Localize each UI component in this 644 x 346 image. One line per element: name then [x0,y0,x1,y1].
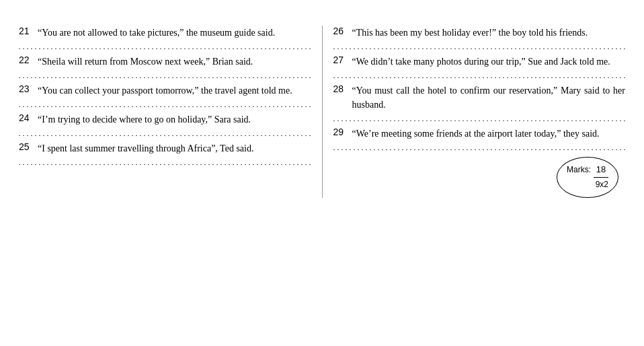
answer-line [19,129,311,136]
question-block: 23“You can collect your passport tomorro… [19,83,311,98]
question-text: “I spent last summer travelling through … [38,141,311,155]
answer-line [19,100,311,107]
question-text: “Sheila will return from Moscow next wee… [38,55,311,69]
question-block: 22“Sheila will return from Moscow next w… [19,55,311,69]
question-number: 25 [19,141,38,152]
left-column: 21“You are not allowed to take pictures,… [19,26,323,198]
question-text: “You can collect your passport tomorrow,… [38,83,311,98]
answer-line [19,158,311,165]
question-number: 23 [19,83,38,94]
question-number: 29 [333,127,352,137]
marks-bracket: Marks: 18 9x2 [557,157,618,198]
right-column: 26“This has been my best holiday ever!” … [323,26,626,198]
question-text: “You must call the hotel to confirm our … [352,83,626,112]
question-block: 25“I spent last summer travelling throug… [19,141,311,155]
question-block: 26“This has been my best holiday ever!” … [333,26,626,40]
question-number: 28 [333,83,352,94]
question-number: 27 [333,55,352,65]
question-text: “I’m trying to decide where to go on hol… [38,112,311,127]
question-number: 22 [19,55,38,65]
question-text: “You are not allowed to take pictures,” … [38,26,311,40]
question-block: 29“We’re meeting some friends at the air… [333,127,626,141]
question-block: 27“We didn’t take many photos during our… [333,55,626,69]
answer-line [19,71,311,78]
question-block: 24“I’m trying to decide where to go on h… [19,112,311,127]
question-block: 28“You must call the hotel to confirm ou… [333,83,626,112]
marks-denominator: 9x2 [596,180,608,189]
marks-box: Marks: 18 9x2 [333,157,626,198]
answer-line [333,114,626,121]
question-text: “We didn’t take many photos during our t… [352,55,626,69]
question-number: 21 [19,26,38,36]
marks-value: 18 [594,163,608,178]
answer-line [333,143,626,150]
question-text: “We’re meeting some friends at the airpo… [352,127,626,141]
question-number: 26 [333,26,352,36]
question-block: 21“You are not allowed to take pictures,… [19,26,311,40]
answer-line [333,71,626,78]
answer-line [333,42,626,49]
answer-line [19,42,311,49]
question-number: 24 [19,112,38,123]
question-text: “This has been my best holiday ever!” th… [352,26,626,40]
marks-label: Marks: [567,164,591,176]
